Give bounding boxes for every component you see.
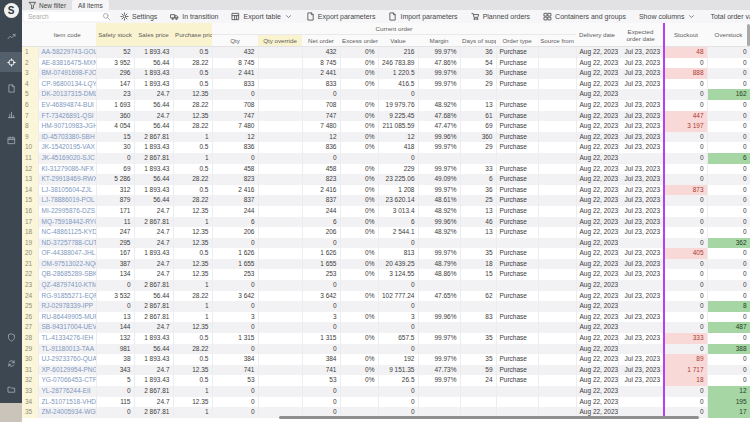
qty-override-cell[interactable] — [258, 185, 302, 196]
qty-override-cell[interactable] — [258, 100, 302, 111]
qty-override-cell[interactable] — [258, 153, 302, 164]
item-code-cell[interactable]: RU-86449905-MUF — [38, 312, 96, 323]
qty-override-cell[interactable] — [258, 227, 302, 238]
qty-override-cell[interactable] — [258, 312, 302, 323]
in-transition-button[interactable]: In transition — [170, 12, 218, 21]
item-code-cell[interactable]: OF-44388047-JHL — [38, 248, 96, 259]
item-code-cell[interactable]: YG-07066453-CTF — [38, 375, 96, 386]
app-logo[interactable]: S — [4, 3, 19, 18]
col-header-safety-stock[interactable]: Safety stock — [96, 23, 134, 47]
item-code-cell[interactable]: ND-37257788-CUT — [38, 238, 96, 249]
qty-override-cell[interactable] — [258, 206, 302, 217]
col-header-expected-order-date[interactable]: Expected order date — [618, 23, 664, 47]
col-header-source-from[interactable]: Source from — [538, 35, 576, 47]
shield-icon[interactable] — [0, 327, 22, 347]
qty-override-cell[interactable] — [258, 217, 302, 228]
item-code-cell[interactable]: QB-28685289-SBK — [38, 269, 96, 280]
col-header-qty[interactable]: Qty — [212, 35, 258, 47]
import-parameters-button[interactable]: Import parameters — [388, 12, 457, 21]
item-code-cell[interactable]: MQ-75918442-RYG — [38, 217, 96, 228]
col-header-qty-override[interactable]: Qty override — [258, 35, 302, 47]
show-columns-button[interactable]: Show columns — [639, 12, 697, 21]
target-icon[interactable] — [0, 52, 22, 72]
item-code-cell[interactable]: ZM-24005934-WGL — [38, 407, 96, 418]
qty-override-cell[interactable] — [258, 322, 302, 333]
export-parameters-button[interactable]: Export parameters — [306, 12, 376, 21]
qty-override-cell[interactable] — [258, 333, 302, 344]
qty-override-cell[interactable] — [258, 79, 302, 90]
item-code-cell[interactable]: EV-46894874-BUI — [38, 100, 96, 111]
qty-override-cell[interactable] — [258, 291, 302, 302]
item-code-cell[interactable]: YL-28776244-EII — [38, 386, 96, 397]
item-code-cell[interactable]: QZ-48797410-KTM — [38, 280, 96, 291]
col-header-item-code[interactable]: Item code — [38, 23, 96, 47]
qty-override-cell[interactable] — [258, 280, 302, 291]
item-code-cell[interactable]: DK-20137315-DML — [38, 89, 96, 100]
col-header-order-type[interactable]: Order type — [496, 35, 538, 47]
item-code-cell[interactable]: CP-96800134-LQY — [38, 79, 96, 90]
col-header-overstock[interactable]: Overstock — [707, 23, 750, 47]
user-avatar[interactable] — [0, 403, 22, 422]
document-icon[interactable] — [0, 78, 22, 98]
item-code-cell[interactable]: AE-83816475-MXN — [38, 58, 96, 69]
qty-override-cell[interactable] — [258, 238, 302, 249]
col-header-days-of-supply[interactable]: Days of supply — [460, 35, 496, 47]
search-input[interactable] — [24, 13, 102, 20]
qty-override-cell[interactable] — [258, 344, 302, 355]
search-box[interactable] — [24, 12, 110, 21]
qty-override-cell[interactable] — [258, 58, 302, 69]
item-code-cell[interactable]: LJ-38105604-ZJL — [38, 185, 96, 196]
item-code-cell[interactable]: TL-41334276-IEH — [38, 333, 96, 344]
qty-override-cell[interactable] — [258, 375, 302, 386]
item-code-cell[interactable]: MI-22995876-DZS — [38, 206, 96, 217]
item-code-cell[interactable]: ZL-51071518-VHD — [38, 397, 96, 408]
qty-override-cell[interactable] — [258, 47, 302, 58]
export-table-button[interactable]: Export table — [231, 12, 292, 21]
item-code-cell[interactable]: UJ-29233760-QUA — [38, 354, 96, 365]
trending-icon[interactable] — [0, 26, 22, 46]
qty-override-cell[interactable] — [258, 89, 302, 100]
item-code-cell[interactable]: KT-29918469-RWX — [38, 174, 96, 185]
containers-and-groups-button[interactable]: Containers and groups — [543, 12, 626, 21]
item-code-cell[interactable]: RG-91855271-EQF — [38, 291, 96, 302]
col-header-value[interactable]: Value — [378, 35, 418, 47]
col-header-purchase-price[interactable]: Purchase price — [173, 23, 212, 47]
qty-override-cell[interactable] — [258, 248, 302, 259]
item-code-cell[interactable]: SB-94317004-UEV — [38, 322, 96, 333]
settings-button[interactable]: Settings — [120, 12, 157, 21]
tab-all-items[interactable]: All items — [72, 0, 109, 10]
horizontal-scrollbar[interactable] — [279, 416, 699, 419]
col-header-delivery-date[interactable]: Delivery date — [576, 23, 618, 47]
tab-new-filter[interactable]: New filter — [22, 0, 72, 10]
item-code-cell[interactable]: JK-15420195-VAX — [38, 142, 96, 153]
qty-override-cell[interactable] — [258, 111, 302, 122]
item-code-cell[interactable]: XP-60129954-PNG — [38, 365, 96, 376]
bar-chart-icon[interactable] — [0, 104, 22, 124]
item-code-cell[interactable]: FT-73426891-QSI — [38, 111, 96, 122]
qty-override-cell[interactable] — [258, 365, 302, 376]
qty-override-cell[interactable] — [258, 397, 302, 408]
col-header-stockout[interactable]: Stockout — [664, 23, 707, 47]
item-code-cell[interactable]: AA-58229743-GOU — [38, 47, 96, 58]
qty-override-cell[interactable] — [258, 174, 302, 185]
item-code-cell[interactable]: OM-97513022-NQQ — [38, 259, 96, 270]
qty-override-cell[interactable] — [258, 164, 302, 175]
col-header-excess-order[interactable]: Excess order — [340, 35, 378, 47]
col-header-margin[interactable]: Margin — [418, 35, 460, 47]
col-header-sales-price[interactable]: Sales price — [134, 23, 173, 47]
qty-override-cell[interactable] — [258, 195, 302, 206]
qty-override-cell[interactable] — [258, 269, 302, 280]
item-code-cell[interactable]: JK-45169020-SJC — [38, 153, 96, 164]
qty-override-cell[interactable] — [258, 259, 302, 270]
item-code-cell[interactable]: LJ-78886019-POL — [38, 195, 96, 206]
qty-override-cell[interactable] — [258, 121, 302, 132]
calendar-icon[interactable] — [0, 130, 22, 150]
item-code-cell[interactable]: TL-91180013-TAA — [38, 344, 96, 355]
qty-override-cell[interactable] — [258, 132, 302, 143]
item-code-cell[interactable]: KI-31279086-NFX — [38, 164, 96, 175]
item-code-cell[interactable]: NC-48861125-KYD — [38, 227, 96, 238]
qty-override-cell[interactable] — [258, 68, 302, 79]
qty-override-cell[interactable] — [258, 386, 302, 397]
qty-override-cell[interactable] — [258, 142, 302, 153]
planned-orders-button[interactable]: Planned orders — [471, 12, 530, 21]
